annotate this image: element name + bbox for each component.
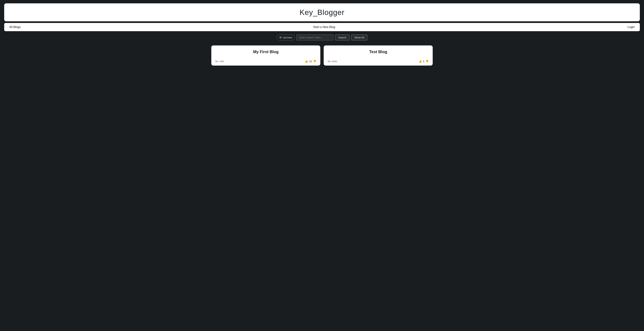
show-all-button[interactable]: Show All [351,34,367,40]
login-link[interactable]: Login [628,25,635,29]
vote-count: 10 [309,60,312,63]
nav-bar: All Blogs Start a New Blog Login [4,23,640,31]
blog-footer: By: tester 👍 5 👎 [328,60,429,63]
upvotes-label: UpVotes [283,36,292,39]
blog-card[interactable]: Test Blog By: tester 👍 5 👎 [324,46,433,66]
header-bar: Key_Blogger [4,3,640,21]
blog-author: By: tester [328,60,337,62]
site-title: Key_Blogger [11,8,633,16]
search-bar: ⊖ UpVotes Search Show All [0,34,644,40]
upvotes-badge[interactable]: ⊖ UpVotes [277,34,295,40]
blog-footer: By: colts 👍 10 👎 [215,60,316,63]
search-button[interactable]: Search [335,34,350,40]
vote-area: 👍 10 👎 [305,60,316,63]
blog-title: My First Blog [215,50,316,54]
upvote-button[interactable]: 👍 [305,60,308,63]
vote-count: 5 [423,60,424,63]
upvote-button[interactable]: 👍 [418,60,422,63]
blog-author: By: colts [215,60,224,62]
downvote-button[interactable]: 👎 [313,60,316,63]
search-input[interactable] [296,34,334,40]
blog-card[interactable]: My First Blog By: colts 👍 10 👎 [211,46,320,66]
upvotes-icon: ⊖ [279,36,282,39]
vote-area: 👍 5 👎 [418,60,429,63]
blog-title: Test Blog [328,50,429,54]
blogs-container: My First Blog By: colts 👍 10 👎 Test Blog… [204,46,440,66]
all-blogs-link[interactable]: All Blogs [9,25,21,29]
downvote-button[interactable]: 👎 [425,60,429,63]
new-blog-link[interactable]: Start a New Blog [313,25,335,29]
